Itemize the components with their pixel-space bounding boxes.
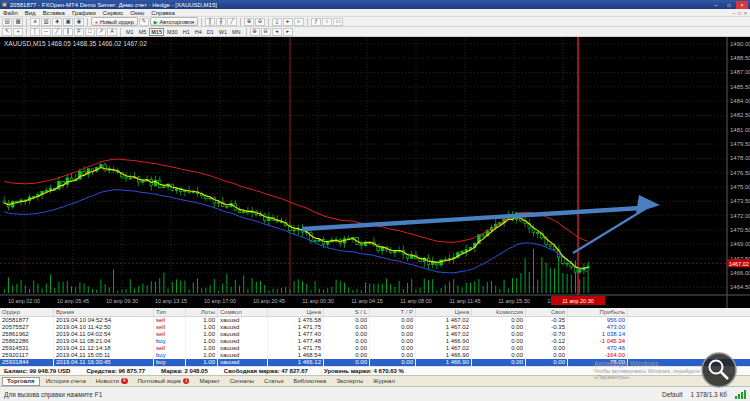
horizontal-line-icon[interactable]: ─: [41, 28, 51, 36]
timeframe-button-h4[interactable]: H4: [193, 28, 204, 36]
menu-item-window[interactable]: Окно: [130, 10, 144, 16]
tab-mailbox[interactable]: Почтовый ящик1: [134, 377, 194, 386]
crosshair-icon[interactable]: +: [13, 28, 23, 36]
menu-item-view[interactable]: Вид: [25, 10, 36, 16]
tab-experts[interactable]: Эксперты: [332, 377, 367, 386]
chart-zoom-out-icon[interactable]: ⊖: [261, 28, 271, 36]
menu-item-insert[interactable]: Вставка: [43, 10, 65, 16]
order-row[interactable]: 259201172019.04.11 15:05:11buy1.00xauusd…: [0, 352, 750, 359]
timeframe-button-d1[interactable]: D1: [205, 28, 216, 36]
column-header-8[interactable]: Цена: [416, 308, 472, 316]
balance-part-3: Свободная маржа: 47 827.67: [224, 368, 308, 374]
chart-close-button[interactable]: ×: [744, 10, 747, 16]
column-header-1[interactable]: Время: [54, 308, 154, 316]
cursor-icon[interactable]: ↖: [2, 28, 12, 36]
trendline-icon[interactable]: ╱: [52, 28, 62, 36]
order-row[interactable]: 205755272019.04.10 11:42:50sell1.00xauus…: [0, 324, 750, 331]
tab-code-base[interactable]: Библиотека: [290, 377, 331, 386]
auto-scroll-icon[interactable]: ▸: [283, 18, 293, 26]
chart-restore-button[interactable]: □: [738, 10, 741, 16]
chart-bars-icon[interactable]: ║: [205, 18, 215, 26]
metaeditor-icon[interactable]: ✎: [139, 18, 149, 26]
new-chart-icon[interactable]: ▤: [2, 18, 12, 26]
tab-news[interactable]: Новости4: [92, 377, 132, 386]
tab-signals[interactable]: Сигналы: [226, 377, 258, 386]
periods-icon[interactable]: ○: [322, 18, 332, 26]
chart-candles-icon[interactable]: ╫: [216, 18, 226, 26]
column-header-4[interactable]: Символ: [218, 308, 268, 316]
menu-item-charts[interactable]: Графики: [72, 10, 96, 16]
chart-area[interactable]: 1490.001488.501487.001485.501484.001482.…: [0, 37, 750, 308]
timeframe-button-h1[interactable]: H1: [181, 28, 192, 36]
svg-text:11 апр 11:45: 11 апр 11:45: [449, 298, 480, 304]
vertical-line-icon[interactable]: │: [30, 28, 40, 36]
menu-item-tools[interactable]: Сервис: [103, 10, 124, 16]
indicators-icon[interactable]: ƒ: [311, 18, 321, 26]
column-header-10[interactable]: Своп: [526, 308, 568, 316]
minimize-button[interactable]: –: [710, 1, 722, 9]
order-row[interactable]: 258622862019.04.11 08:21:04buy1.00xauusd…: [0, 338, 750, 345]
column-header-5[interactable]: Цена: [268, 308, 324, 316]
column-header-11[interactable]: Прибыль: [568, 308, 628, 316]
screen-magnifier-overlay[interactable]: [700, 351, 738, 389]
tab-market[interactable]: Маркет: [195, 377, 223, 386]
timeframe-button-mn[interactable]: MN: [230, 28, 243, 36]
chart-canvas[interactable]: 1490.001488.501487.001485.501484.001482.…: [0, 37, 750, 308]
window-controls: – □ ×: [710, 1, 748, 9]
step-forward-icon[interactable]: ▸: [283, 28, 293, 36]
tab-trade[interactable]: Торговля: [2, 377, 40, 386]
tab-news-badge: 4: [121, 378, 128, 384]
svg-text:10 апр 02:00: 10 апр 02:00: [8, 298, 40, 304]
market-watch-icon[interactable]: ≡: [30, 18, 40, 26]
tab-account-history[interactable]: История счета: [42, 377, 90, 386]
column-header-9[interactable]: Комиссия: [472, 308, 526, 316]
profile-name[interactable]: Default: [662, 391, 683, 398]
timeframe-button-m30[interactable]: M30: [165, 28, 180, 36]
maximize-button[interactable]: □: [723, 1, 735, 9]
timeframe-button-m1[interactable]: M1: [124, 28, 136, 36]
autotrading-button[interactable]: ▶Автоторговля: [150, 17, 198, 26]
order-row[interactable]: 205818772019.04.10 04:52:54sell1.00xauus…: [0, 317, 750, 324]
menu-item-file[interactable]: Файл: [3, 10, 18, 16]
tile-windows-icon[interactable]: ▯: [272, 18, 282, 26]
new-order-button[interactable]: +Новый ордер: [91, 17, 138, 26]
timeframe-button-m15[interactable]: M15: [149, 28, 164, 36]
tab-mailbox-badge: 1: [183, 378, 190, 384]
menu-item-help[interactable]: Справка: [151, 10, 175, 16]
fibonacci-icon[interactable]: F: [74, 28, 84, 36]
data-window-icon[interactable]: ▥: [41, 18, 51, 26]
tab-articles[interactable]: Статьи: [260, 377, 287, 386]
window-title: 20581877 - FXOpen-MT4 Demo Server: Демо …: [10, 2, 217, 8]
column-header-0[interactable]: Ордер: [0, 308, 54, 316]
chart-minimize-button[interactable]: –: [732, 10, 735, 16]
terminal-icon[interactable]: ▣: [63, 18, 73, 26]
column-header-2[interactable]: Тип: [154, 308, 186, 316]
svg-text:11 апр 04:15: 11 апр 04:15: [351, 298, 383, 304]
timeframe-button-w1[interactable]: W1: [217, 28, 229, 36]
zoom-in-icon[interactable]: ⊕: [244, 18, 254, 26]
shapes-icon[interactable]: □: [85, 28, 95, 36]
chart-shift-icon[interactable]: ▹: [294, 18, 304, 26]
strategy-tester-icon[interactable]: ◉: [74, 18, 84, 26]
column-header-7[interactable]: T / P: [370, 308, 416, 316]
profiles-icon[interactable]: ▦: [13, 18, 23, 26]
zoom-out-icon[interactable]: ⊖: [255, 18, 265, 26]
tab-market-label: Маркет: [199, 378, 219, 384]
column-header-3[interactable]: Лоты: [186, 308, 218, 316]
close-button[interactable]: ×: [736, 1, 748, 9]
order-row[interactable]: 259145312019.04.11 12:14:18sell1.00xauus…: [0, 345, 750, 352]
step-back-icon[interactable]: ◂: [272, 28, 282, 36]
chart-zoom-in-icon[interactable]: ⊕: [250, 28, 260, 36]
templates-icon[interactable]: ▭: [333, 18, 343, 26]
channel-icon[interactable]: ∥: [63, 28, 73, 36]
navigator-icon[interactable]: ◈: [52, 18, 62, 26]
order-row[interactable]: 258619622019.04.11 04:02:54sell1.00xauus…: [0, 331, 750, 338]
text-label-icon[interactable]: A: [107, 28, 117, 36]
tab-journal[interactable]: Журнал: [369, 377, 399, 386]
chart-line-icon[interactable]: ╱: [227, 18, 237, 26]
column-header-6[interactable]: S / L: [324, 308, 370, 316]
arrows-icon[interactable]: ↗: [96, 28, 106, 36]
svg-text:1479.50: 1479.50: [730, 141, 750, 147]
balance-part-0: Баланс: 99 948.79 USD: [4, 368, 70, 374]
timeframe-button-m5[interactable]: M5: [137, 28, 149, 36]
